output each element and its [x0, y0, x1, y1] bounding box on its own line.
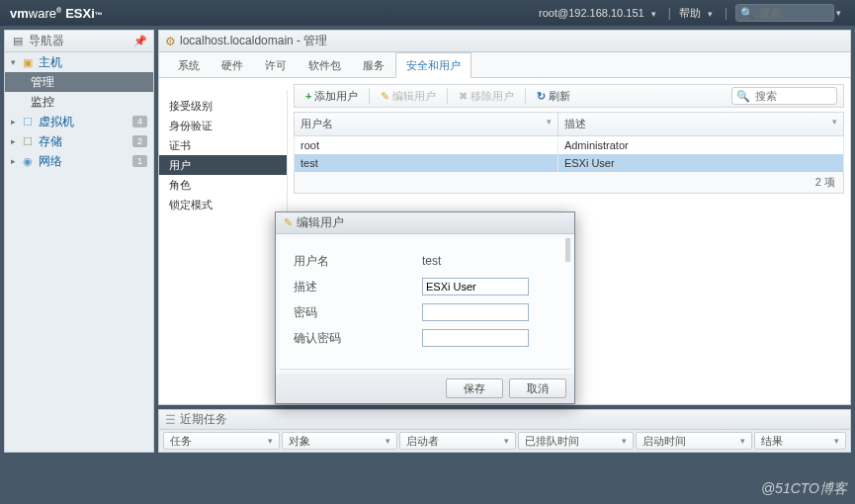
- chevron-down-icon: ▾: [378, 436, 390, 446]
- col-username[interactable]: 用户名▾: [295, 113, 558, 136]
- tab-services[interactable]: 服务: [352, 52, 395, 77]
- expand-icon[interactable]: ▸: [11, 156, 21, 166]
- search-icon: 🔍: [736, 90, 750, 103]
- help-menu[interactable]: 帮助 ▾: [679, 6, 717, 21]
- refresh-icon: ↻: [537, 90, 546, 103]
- password-label: 密码: [294, 304, 422, 321]
- users-search[interactable]: 🔍: [731, 87, 837, 105]
- subnav-roles[interactable]: 角色: [159, 175, 287, 195]
- recent-tasks-title: 近期任务: [180, 411, 227, 428]
- global-search-input[interactable]: [757, 6, 826, 20]
- global-search[interactable]: 🔍: [735, 4, 834, 22]
- username-label: 用户名: [294, 253, 422, 270]
- subnav-auth[interactable]: 身份验证: [159, 116, 287, 135]
- table-row[interactable]: root Administrator: [295, 136, 844, 155]
- remove-icon: ✖: [459, 90, 468, 103]
- navigator-panel: ▤ 导航器 📌 ▾ ▣ 主机 管理 监控 ▸ ☐ 虚拟机 4 ▸ ☐ 存储 2: [4, 30, 154, 453]
- nav-icon: ▤: [11, 36, 25, 47]
- top-banner: vmware®ESXi™ root@192.168.10.151 ▾ | 帮助 …: [0, 0, 855, 26]
- nav-monitor[interactable]: 监控: [5, 92, 153, 112]
- nav-host-label: 主机: [39, 54, 62, 71]
- password-input[interactable]: [422, 303, 529, 321]
- username-value: test: [422, 254, 441, 268]
- chevron-down-icon: ▾: [547, 117, 552, 126]
- caret-down-icon: ▾: [651, 9, 656, 19]
- tab-license[interactable]: 许可: [254, 52, 298, 77]
- brand-logo: vmware®ESXi™: [10, 6, 103, 21]
- nav-storage[interactable]: ▸ ☐ 存储 2: [5, 131, 153, 151]
- description-label: 描述: [294, 279, 422, 295]
- filter-initiator[interactable]: 启动者▾: [399, 432, 516, 450]
- edit-icon: ✎: [381, 90, 389, 103]
- nav-storage-label: 存储: [39, 133, 62, 150]
- navigator-header: ▤ 导航器 📌: [5, 31, 153, 52]
- tab-security-users[interactable]: 安全和用户: [395, 52, 471, 78]
- col-description[interactable]: 描述▾: [557, 113, 843, 136]
- save-button[interactable]: 保存: [446, 378, 503, 398]
- navigator-title: 导航器: [29, 33, 64, 49]
- filter-result[interactable]: 结果▾: [754, 432, 846, 450]
- nav-vms-label: 虚拟机: [39, 114, 74, 130]
- description-input[interactable]: [422, 278, 529, 295]
- nav-network-label: 网络: [39, 153, 62, 170]
- filter-start[interactable]: 启动时间▾: [636, 432, 752, 450]
- subnav-lockdown[interactable]: 锁定模式: [159, 195, 287, 214]
- add-icon: +: [305, 90, 311, 102]
- nav-manage[interactable]: 管理: [5, 72, 153, 92]
- watermark: @51CTO博客: [761, 480, 847, 498]
- storage-count-badge: 2: [132, 135, 147, 147]
- nav-network[interactable]: ▸ ◉ 网络 1: [5, 151, 153, 171]
- dialog-title: 编辑用户: [297, 214, 344, 231]
- caret-down-icon: ▾: [836, 8, 841, 18]
- dialog-title-bar[interactable]: ✎ 编辑用户: [276, 212, 574, 234]
- tab-packages[interactable]: 软件包: [298, 52, 352, 77]
- caret-down-icon: ▾: [708, 9, 713, 19]
- expand-icon[interactable]: ▸: [11, 117, 21, 126]
- host-user-menu[interactable]: root@192.168.10.151 ▾: [539, 7, 660, 19]
- pin-icon[interactable]: 📌: [133, 35, 147, 47]
- cancel-button[interactable]: 取消: [509, 378, 566, 398]
- tasks-icon: ☰: [165, 413, 176, 427]
- subnav-users[interactable]: 用户: [159, 155, 287, 175]
- nav-host[interactable]: ▾ ▣ 主机: [5, 52, 153, 72]
- subnav-accept-level[interactable]: 接受级别: [159, 96, 287, 116]
- collapse-icon[interactable]: ▾: [11, 57, 21, 67]
- filter-task[interactable]: 任务▾: [163, 432, 280, 450]
- filter-queued[interactable]: 已排队时间▾: [518, 432, 635, 450]
- recent-tasks-panel: ☰ 近期任务 任务▾ 对象▾ 启动者▾ 已排队时间▾ 启动时间▾ 结果▾: [158, 409, 851, 453]
- confirm-password-label: 确认密码: [294, 330, 422, 347]
- tab-system[interactable]: 系统: [167, 52, 211, 77]
- chevron-down-icon: ▾: [826, 436, 839, 446]
- vm-icon: ☐: [21, 116, 35, 127]
- chevron-down-icon: ▾: [614, 436, 627, 446]
- search-icon: 🔍: [740, 7, 754, 20]
- cell-description: ESXi User: [557, 154, 843, 172]
- edit-user-dialog: ✎ 编辑用户 用户名 test 描述 密码 确认密码 保存 取消: [275, 211, 575, 404]
- table-footer: 2 项: [294, 172, 844, 194]
- add-user-button[interactable]: +添加用户: [300, 87, 363, 106]
- expand-icon[interactable]: ▸: [11, 136, 21, 146]
- filter-target[interactable]: 对象▾: [282, 432, 398, 450]
- scrollbar-thumb[interactable]: [565, 238, 570, 262]
- chevron-down-icon: ▾: [732, 436, 745, 446]
- users-table: 用户名▾ 描述▾ root Administrator test ESXi Us…: [294, 112, 844, 172]
- table-row[interactable]: test ESXi User: [295, 154, 844, 172]
- tab-bar: 系统 硬件 许可 软件包 服务 安全和用户: [159, 52, 850, 78]
- confirm-password-input[interactable]: [422, 329, 529, 347]
- chevron-down-icon: ▾: [832, 117, 837, 126]
- host-icon: ▣: [21, 56, 35, 68]
- edit-user-button[interactable]: ✎编辑用户: [376, 87, 441, 106]
- refresh-button[interactable]: ↻刷新: [532, 87, 575, 106]
- breadcrumb: ⚙ localhost.localdomain - 管理: [159, 31, 850, 52]
- subnav-cert[interactable]: 证书: [159, 135, 287, 155]
- network-count-badge: 1: [132, 155, 147, 167]
- tab-hardware[interactable]: 硬件: [211, 52, 254, 77]
- users-toolbar: +添加用户 ✎编辑用户 ✖移除用户 ↻刷新 🔍: [294, 84, 844, 108]
- users-search-input[interactable]: [753, 89, 832, 103]
- remove-user-button[interactable]: ✖移除用户: [454, 87, 519, 106]
- nav-vms[interactable]: ▸ ☐ 虚拟机 4: [5, 112, 153, 131]
- edit-icon: ✎: [284, 216, 293, 229]
- sub-nav: 接受级别 身份验证 证书 用户 角色 锁定模式: [159, 90, 288, 392]
- cell-username: root: [295, 136, 558, 155]
- chevron-down-icon: ▾: [260, 436, 273, 446]
